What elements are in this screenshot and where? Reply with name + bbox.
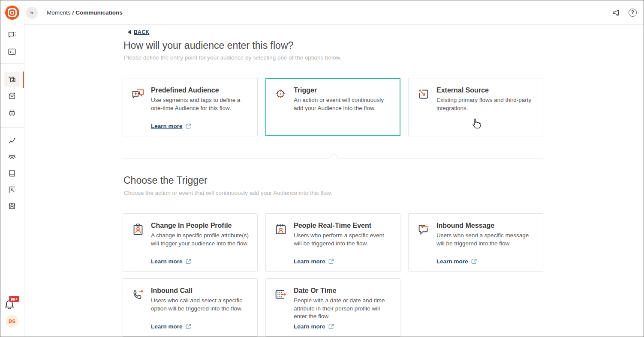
- external-link-icon: [185, 258, 192, 265]
- card-description: A change in specific profile attribute(s…: [151, 232, 250, 248]
- card-description: Existing primary flows and third-party i…: [436, 96, 536, 112]
- section2-title: Choose the Trigger: [123, 175, 208, 186]
- learn-more-link[interactable]: Learn more: [151, 323, 250, 330]
- sidebar-collapse-button[interactable]: »: [26, 7, 38, 19]
- help-icon[interactable]: ?: [629, 9, 637, 17]
- trigger-options-row-2: Inbound Call Users who call and select a…: [123, 278, 400, 337]
- card-description: Users who send a specific message will b…: [436, 232, 536, 248]
- active-indicator: [23, 72, 24, 88]
- sidebar-item-knowledge[interactable]: [4, 166, 20, 181]
- card-title: Trigger: [294, 86, 393, 94]
- sidebar-item-chatbots[interactable]: [4, 105, 20, 121]
- section-divider: [123, 158, 543, 158]
- card-title: Inbound Call: [151, 287, 250, 295]
- entry-options-row: Predefined Audience Use segments and tag…: [123, 78, 543, 136]
- sidebar-item-people[interactable]: [4, 149, 20, 165]
- analytics-icon: [7, 136, 17, 146]
- card-inbound-message[interactable]: Inbound Message Users who send a specifi…: [408, 213, 543, 271]
- external-source-icon: [416, 87, 431, 129]
- card-trigger[interactable]: Trigger An action or event will continuo…: [265, 78, 400, 136]
- card-title: External Source: [436, 86, 536, 94]
- card-description: People with a date or date and time attr…: [294, 297, 393, 321]
- topbar: » Moments / Communications ?: [24, 0, 644, 25]
- notification-badge[interactable]: 99+: [9, 296, 19, 302]
- card-description: Use segments and tags to define a one-ti…: [151, 96, 250, 112]
- app-window: 99+ DS » Moments / Communications ? BACK…: [0, 0, 644, 337]
- back-button[interactable]: BACK: [128, 29, 149, 35]
- sidebar-item-moments[interactable]: [4, 72, 20, 87]
- card-title: Inbound Message: [436, 222, 536, 230]
- learn-more-link[interactable]: Learn more: [294, 258, 393, 265]
- flows-icon: [7, 75, 17, 84]
- card-description: An action or event will continuously add…: [294, 96, 393, 112]
- terminal-icon: [7, 47, 17, 57]
- user-avatar[interactable]: DS: [6, 315, 18, 328]
- page-title: How will your audience enter this flow?: [123, 40, 293, 51]
- external-link-icon: [471, 258, 477, 265]
- breadcrumb: Moments / Communications: [47, 0, 123, 25]
- inbound-message-icon: [416, 222, 431, 265]
- card-external-source[interactable]: External Source Existing primary flows a…: [408, 78, 543, 136]
- inbound-call-icon: [131, 287, 145, 330]
- predefined-audience-icon: [131, 87, 145, 129]
- sidebar: 99+ DS: [0, 0, 24, 337]
- card-description: Users who call and select a specific opt…: [151, 297, 250, 313]
- breadcrumb-current: Communications: [75, 9, 123, 16]
- calendar-person-icon: [274, 222, 288, 265]
- bot-icon: [7, 108, 17, 118]
- external-link-icon: [185, 323, 192, 330]
- sidebar-item-marketplace[interactable]: [4, 198, 20, 214]
- section2-subtitle: Choose the action or event that will con…: [124, 190, 332, 196]
- announcements-megaphone-icon[interactable]: [612, 8, 621, 18]
- sidebar-item-analytics[interactable]: [4, 133, 20, 149]
- card-description: Users who perform a specific event will …: [294, 232, 393, 248]
- external-link-icon: [328, 258, 334, 265]
- book-icon: [7, 169, 17, 178]
- page-subtitle: Please define the entry point for your a…: [124, 54, 341, 61]
- card-title: Change In People Profile: [151, 222, 250, 230]
- profile-clipboard-icon: [131, 222, 145, 265]
- selection-pointer-notch: [329, 153, 339, 163]
- card-title: Predefined Audience: [151, 86, 250, 94]
- learn-more-link[interactable]: Learn more: [294, 323, 393, 330]
- sidebar-divider: [0, 63, 24, 64]
- corner-arrow-icon: [7, 185, 17, 194]
- trigger-options-row-1: Change In People Profile A change in spe…: [123, 213, 543, 271]
- infobip-logo-icon[interactable]: [5, 6, 19, 20]
- external-link-icon: [185, 123, 192, 129]
- people-group-icon: [7, 152, 17, 162]
- card-predefined-audience[interactable]: Predefined Audience Use segments and tag…: [123, 78, 258, 136]
- learn-more-link[interactable]: Learn more: [436, 258, 536, 265]
- learn-more-link[interactable]: Learn more: [151, 258, 250, 265]
- learn-more-link[interactable]: Learn more: [151, 123, 250, 129]
- card-inbound-call[interactable]: Inbound Call Users who call and select a…: [123, 278, 258, 337]
- breadcrumb-moments[interactable]: Moments: [47, 9, 71, 16]
- storefront-icon: [7, 201, 17, 211]
- sidebar-item-exchange[interactable]: [4, 182, 20, 197]
- card-change-in-people-profile[interactable]: Change In People Profile A change in spe…: [123, 213, 258, 271]
- chat-dots-icon: [7, 30, 17, 39]
- external-link-icon: [328, 323, 334, 330]
- sidebar-divider: [0, 127, 24, 128]
- trigger-crosshair-icon: [274, 87, 288, 129]
- card-date-or-time[interactable]: Date Or Time People with a date or date …: [265, 278, 400, 337]
- back-arrow-icon: [128, 30, 131, 34]
- archive-box-icon: [7, 91, 17, 101]
- card-title: Date Or Time: [294, 287, 393, 295]
- card-title: People Real-Time Event: [294, 222, 393, 230]
- card-people-real-time-event[interactable]: People Real-Time Event Users who perform…: [265, 213, 400, 271]
- breadcrumb-separator: /: [72, 9, 74, 16]
- sidebar-item-conversations[interactable]: [4, 27, 20, 42]
- sidebar-item-developer-tools[interactable]: [4, 44, 20, 60]
- date-time-icon: [274, 287, 288, 330]
- sidebar-item-campaigns[interactable]: [4, 88, 20, 104]
